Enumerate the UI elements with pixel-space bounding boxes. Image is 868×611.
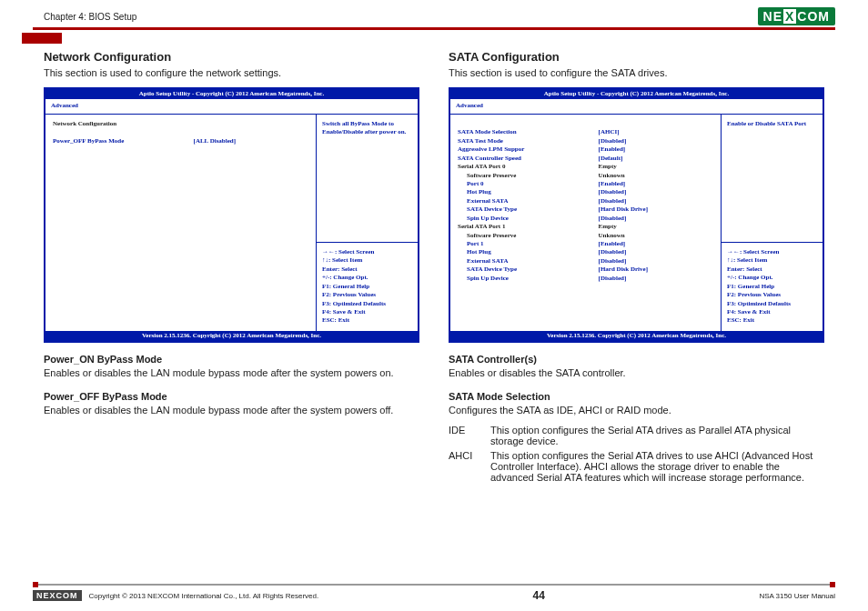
bios-tab-advanced[interactable]: Advanced <box>51 102 78 109</box>
bios-value: [Disabled] <box>599 197 713 205</box>
bios-hint: Switch all ByPass Mode to Enable/Disable… <box>317 115 418 242</box>
bios-key-hint: F4: Save & Exit <box>322 308 412 316</box>
bios-row[interactable]: Power_OFF ByPass Mode[ALL Disabled] <box>53 137 308 145</box>
bios-value: [Enabled] <box>599 120 713 128</box>
brand-logo: NEXCOM <box>758 7 835 25</box>
bios-key-hint: ESC: Exit <box>727 316 817 325</box>
footer-copyright: Copyright © 2013 NEXCOM International Co… <box>89 592 319 600</box>
right-column: SATA Configuration This section is used … <box>449 50 824 486</box>
page-footer: NEXCOM Copyright © 2013 NEXCOM Internati… <box>0 584 868 602</box>
left-column: Network Configuration This section is us… <box>44 50 419 486</box>
bios-key-hint: F3: Optimized Defaults <box>322 300 412 308</box>
bios-tab-advanced[interactable]: Advanced <box>456 102 483 109</box>
bios-row[interactable]: Aggressive LPM Suppor[Enabled] <box>458 145 713 154</box>
bios-label: Aggressive LPM Suppor <box>458 145 599 154</box>
bios-value: [Enabled] <box>599 180 713 188</box>
bios-title: Aptio Setup Utility - Copyright (C) 2012… <box>450 89 823 99</box>
bios-row[interactable]: Serial ATA Port 1Empty <box>458 223 713 231</box>
bios-row[interactable]: Spin Up Device[Disabled] <box>458 215 713 223</box>
bios-value: [Hard Disk Drive] <box>599 265 713 274</box>
bios-label: Power_ON ByPass Mode <box>53 128 194 136</box>
bios-key-hint: →←: Select Screen <box>322 248 412 256</box>
bios-value: [ALL Disabled] <box>194 128 308 136</box>
bios-tabs: Advanced <box>450 99 823 114</box>
bios-key-hint: F2: Previous Values <box>727 291 817 299</box>
section-title-network: Network Configuration <box>44 50 419 64</box>
bios-row[interactable]: Port 1[Enabled] <box>458 240 713 248</box>
bios-row[interactable]: SATA Controller(s)[Enabled] <box>458 120 713 128</box>
bios-row[interactable]: Port 0[Enabled] <box>458 180 713 188</box>
bios-value: [ALL Disabled] <box>194 137 308 145</box>
footer-logo: NEXCOM <box>33 590 82 601</box>
bios-label: Hot Plug <box>458 248 599 256</box>
bios-value: Unknown <box>599 172 713 180</box>
bios-row[interactable]: Software PreserveUnknown <box>458 232 713 240</box>
heading-power-on: Power_ON ByPass Mode <box>44 354 419 365</box>
mode-val: This option configures the Serial ATA dr… <box>490 425 824 446</box>
bios-value: [Default] <box>599 155 713 163</box>
bios-label: Spin Up Device <box>458 275 599 283</box>
bios-title: Aptio Setup Utility - Copyright (C) 2012… <box>45 89 418 99</box>
bios-row[interactable]: External SATA[Disabled] <box>458 257 713 265</box>
bios-side-sata: Enable or Disable SATA Port →←: Select S… <box>721 115 823 331</box>
page-body: Network Configuration This section is us… <box>0 30 868 486</box>
mode-ide: IDE This option configures the Serial AT… <box>449 425 824 446</box>
bios-row[interactable]: SATA Device Type[Hard Disk Drive] <box>458 205 713 214</box>
bios-label: SATA Controller Speed <box>458 155 599 163</box>
bios-side-network: Switch all ByPass Mode to Enable/Disable… <box>316 115 418 331</box>
bios-row[interactable]: Hot Plug[Disabled] <box>458 188 713 196</box>
bios-key-hint: F1: General Help <box>322 283 412 291</box>
bios-row[interactable]: Power_ON ByPass Mode[ALL Disabled] <box>53 128 308 136</box>
bios-value: [Disabled] <box>599 188 713 196</box>
bios-key-hint: ↑↓: Select Item <box>727 256 817 265</box>
bios-row[interactable]: SATA Test Mode[Disabled] <box>458 137 713 145</box>
bios-label: Hot Plug <box>458 188 599 196</box>
bios-value: [Disabled] <box>599 257 713 265</box>
bios-label: SATA Device Type <box>458 205 599 214</box>
page-header: Chapter 4: BIOS Setup NEXCOM <box>0 0 868 27</box>
bios-label: Network Configuration <box>53 120 194 128</box>
bios-row[interactable]: Network Configuration <box>53 120 308 128</box>
bios-value: [Disabled] <box>599 137 713 145</box>
bios-row[interactable]: SATA Controller Speed[Default] <box>458 155 713 163</box>
bios-label: Port 0 <box>458 180 599 188</box>
bios-label: Spin Up Device <box>458 215 599 223</box>
bios-footer: Version 2.15.1236. Copyright (C) 2012 Am… <box>45 331 418 341</box>
bios-key-hint: F1: General Help <box>727 283 817 291</box>
bios-label: External SATA <box>458 257 599 265</box>
bios-main-network: Network ConfigurationPower_ON ByPass Mod… <box>45 115 316 331</box>
bios-row[interactable]: Serial ATA Port 0Empty <box>458 163 713 171</box>
bios-label: SATA Mode Selection <box>458 128 599 136</box>
bios-panel-network: Aptio Setup Utility - Copyright (C) 2012… <box>44 87 419 343</box>
bios-row[interactable]: SATA Device Type[Hard Disk Drive] <box>458 265 713 274</box>
mode-val: This option configures the Serial ATA dr… <box>490 450 824 483</box>
text-power-on: Enables or disables the LAN module bypas… <box>44 366 419 380</box>
bios-panel-sata: Aptio Setup Utility - Copyright (C) 2012… <box>449 87 824 343</box>
bios-value: [Disabled] <box>599 275 713 283</box>
mode-key: IDE <box>449 425 490 446</box>
bios-key-hint: ↑↓: Select Item <box>322 256 412 265</box>
bios-row[interactable]: Spin Up Device[Disabled] <box>458 275 713 283</box>
bios-row[interactable]: SATA Mode Selection[AHCI] <box>458 128 713 136</box>
bios-label: External SATA <box>458 197 599 205</box>
bios-row[interactable]: Software PreserveUnknown <box>458 172 713 180</box>
heading-sata-mode: SATA Mode Selection <box>449 391 824 402</box>
chapter-label: Chapter 4: BIOS Setup <box>44 12 136 22</box>
bios-row[interactable]: Hot Plug[Disabled] <box>458 248 713 256</box>
bios-row[interactable]: External SATA[Disabled] <box>458 197 713 205</box>
bios-key-hint: Enter: Select <box>322 265 412 274</box>
text-power-off: Enables or disables the LAN module bypas… <box>44 404 419 417</box>
footer-rule <box>33 584 835 586</box>
section-desc-sata: This section is used to configure the SA… <box>449 67 824 78</box>
bios-label: Serial ATA Port 0 <box>458 163 599 171</box>
bios-label: SATA Device Type <box>458 265 599 274</box>
bios-key-hint: Enter: Select <box>727 265 817 274</box>
bios-value: [AHCI] <box>599 128 713 136</box>
bios-value: Empty <box>599 163 713 171</box>
bios-key-hint: F3: Optimized Defaults <box>727 300 817 308</box>
text-sata-controllers: Enables or disables the SATA controller. <box>449 366 824 380</box>
bios-value: [Enabled] <box>599 240 713 248</box>
bios-value: [Hard Disk Drive] <box>599 205 713 214</box>
bios-keys: →←: Select Screen↑↓: Select ItemEnter: S… <box>722 242 823 331</box>
bios-label: Port 1 <box>458 240 599 248</box>
